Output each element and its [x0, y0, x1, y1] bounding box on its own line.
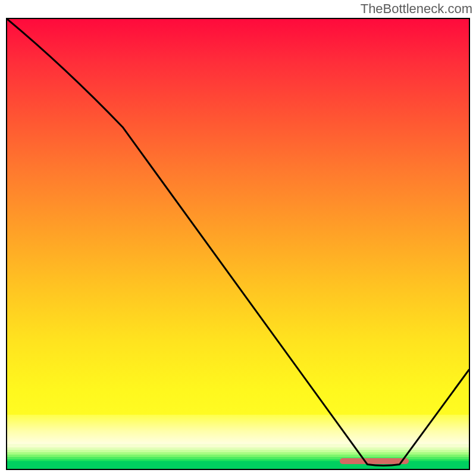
- chart-frame: TheBottleneck.com: [0, 0, 476, 476]
- watermark-text: TheBottleneck.com: [361, 1, 472, 17]
- plot-area: [6, 18, 470, 470]
- bottleneck-curve: [7, 19, 469, 469]
